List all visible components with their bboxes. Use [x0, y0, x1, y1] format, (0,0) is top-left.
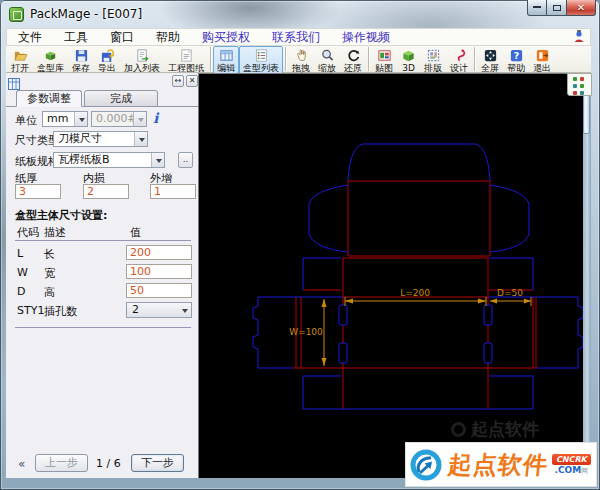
- overflow-dot-icon: [580, 84, 584, 88]
- format-select[interactable]: 0.000#: [91, 111, 147, 127]
- menu-window[interactable]: 窗口: [99, 29, 145, 46]
- fullscreen-icon: [483, 48, 498, 63]
- row-D-code: D: [17, 285, 25, 298]
- close-icon: [577, 3, 585, 13]
- row-D-desc: 高: [44, 285, 55, 300]
- dropdown-arrow-icon: [133, 112, 146, 126]
- menu-bar: 文件 工具 窗口 帮助 购买授权 联系我们 操作视频: [6, 28, 591, 46]
- row-W-code: W: [17, 266, 28, 279]
- toolbar-separator: [474, 47, 475, 71]
- col-value: 值: [130, 225, 141, 240]
- window-title: PackMage - [E007]: [30, 7, 142, 21]
- toolbar-separator: [368, 47, 369, 71]
- three-d-icon: [401, 48, 416, 63]
- help-button[interactable]: ? 帮助: [503, 46, 529, 74]
- toolbar: 打开 盒型库 保存 导出 加入列表 工程图纸 编辑 盒型列表: [6, 46, 591, 73]
- box-list-button[interactable]: 盒型列表: [239, 46, 283, 74]
- help-icon: ?: [509, 48, 524, 63]
- unit-select[interactable]: mm: [42, 111, 88, 127]
- app-icon: [9, 7, 24, 22]
- box-list-icon: [254, 48, 269, 63]
- exit-button[interactable]: 退出: [529, 46, 555, 74]
- depth-input[interactable]: [126, 283, 192, 298]
- watermark-brand-text: 起点软件: [446, 449, 549, 481]
- restore-button[interactable]: 还原: [340, 46, 366, 74]
- board-more-button[interactable]: ..: [178, 152, 193, 168]
- toolbar-separator: [210, 47, 211, 71]
- ghost-logo-icon: [451, 422, 466, 437]
- toolbar-overflow-button[interactable]: [567, 73, 592, 96]
- thickness-input[interactable]: [15, 184, 61, 199]
- box-library-button[interactable]: 盒型库: [33, 46, 68, 74]
- minimize-icon: [533, 5, 541, 8]
- menu-contact-us[interactable]: 联系我们: [261, 29, 331, 46]
- save-button[interactable]: 保存: [68, 46, 94, 74]
- fullscreen-button[interactable]: 全屏: [477, 46, 503, 74]
- board-select[interactable]: 瓦楞纸板B: [53, 152, 165, 168]
- layout-button[interactable]: 排版: [420, 46, 446, 74]
- overflow-dot-icon: [573, 84, 577, 88]
- dropdown-arrow-icon: [178, 303, 191, 317]
- zoom-button[interactable]: 缩放: [314, 46, 340, 74]
- dropdown-arrow-icon: [74, 112, 87, 126]
- cut-lines: [253, 144, 583, 409]
- row-L-code: L: [17, 247, 23, 260]
- overflow-dot-icon: [573, 77, 577, 81]
- menu-buy-license[interactable]: 购买授权: [191, 29, 261, 46]
- next-step-button[interactable]: 下一步: [131, 454, 184, 472]
- panel-tabs: 参数调整 完成: [6, 90, 198, 107]
- menu-tools[interactable]: 工具: [53, 29, 99, 46]
- exit-icon: [535, 48, 550, 63]
- drag-icon: [294, 48, 309, 63]
- inner-loss-input[interactable]: [83, 184, 129, 199]
- drag-button[interactable]: 拖拽: [288, 46, 314, 74]
- texture-icon: [377, 48, 392, 63]
- edit-button[interactable]: 编辑: [213, 46, 239, 74]
- collapse-chevron[interactable]: «: [18, 457, 25, 471]
- layout-icon: [426, 48, 441, 63]
- vertical-scrollbar[interactable]: [583, 73, 591, 478]
- row-L-desc: 长: [44, 247, 55, 262]
- width-input[interactable]: [126, 264, 192, 279]
- three-d-button[interactable]: 3D: [397, 46, 420, 74]
- box-library-icon: [43, 48, 58, 63]
- prev-step-button[interactable]: 上一步: [35, 454, 88, 472]
- engineering-drawing-icon: [179, 48, 194, 63]
- maximize-button[interactable]: [547, 0, 567, 16]
- menu-file[interactable]: 文件: [7, 29, 53, 46]
- dieline-canvas[interactable]: L=200 D=50 W=100 起点软件: [198, 73, 583, 478]
- slot-count-select[interactable]: 2: [126, 302, 192, 318]
- texture-button[interactable]: 贴图: [371, 46, 397, 74]
- menu-tutorial-videos[interactable]: 操作视频: [331, 29, 401, 46]
- export-button[interactable]: 导出: [94, 46, 120, 74]
- add-to-list-button[interactable]: 加入列表: [120, 46, 164, 74]
- outer-gain-input[interactable]: [150, 184, 196, 199]
- cncrk-watermark: 起点软件 CNCRK .COM网: [405, 442, 597, 487]
- menu-help[interactable]: 帮助: [145, 29, 191, 46]
- design-button[interactable]: 设计: [446, 46, 472, 74]
- tab-finish[interactable]: 完成: [84, 90, 158, 107]
- title-bar: PackMage - [E007]: [0, 0, 600, 28]
- engineering-drawing-button[interactable]: 工程图纸: [164, 46, 208, 74]
- dim-label-width: W=100: [289, 327, 323, 337]
- unit-label: 单位: [15, 113, 37, 128]
- slot-cuts: [339, 305, 492, 363]
- tab-parameter-adjust[interactable]: 参数调整: [16, 90, 82, 107]
- info-icon[interactable]: i: [153, 110, 158, 126]
- cncrk-logo-icon: [408, 447, 444, 483]
- close-button[interactable]: [567, 0, 596, 16]
- panel-dock-button[interactable]: [172, 75, 184, 87]
- minimize-button[interactable]: [527, 0, 547, 16]
- overflow-dot-icon: [573, 91, 577, 95]
- edit-icon: [219, 48, 234, 63]
- overflow-dot-icon: [580, 77, 584, 81]
- open-button[interactable]: 打开: [7, 46, 33, 74]
- size-type-select[interactable]: 刀模尺寸: [53, 131, 148, 147]
- add-to-list-icon: [135, 48, 150, 63]
- section-divider: [15, 327, 191, 328]
- dim-label-depth: D=50: [497, 288, 523, 298]
- length-input[interactable]: [126, 245, 192, 260]
- restore-icon: [346, 48, 361, 63]
- main-content: 参数调整 完成 单位 mm 0.000# i 尺寸类型 刀模尺寸 纸板规格 瓦楞…: [6, 73, 591, 478]
- panel-close-button[interactable]: [186, 75, 198, 87]
